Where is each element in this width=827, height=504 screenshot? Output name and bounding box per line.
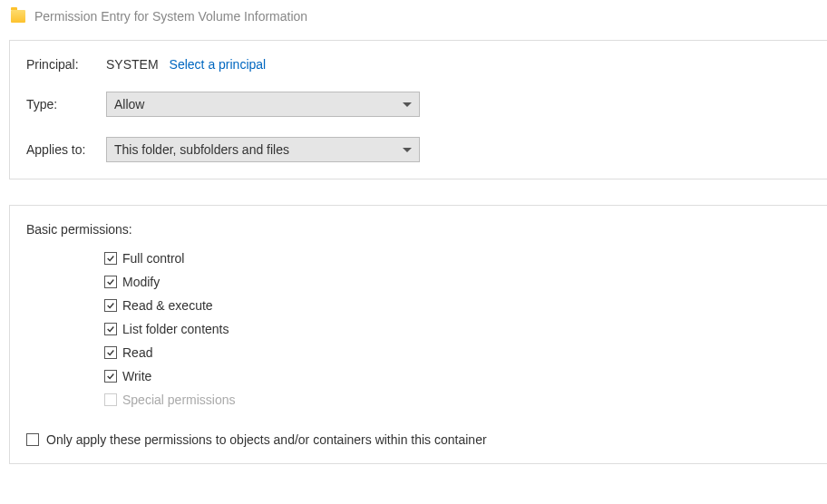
principal-panel: Principal: SYSTEM Select a principal Typ… bbox=[9, 40, 827, 179]
permission-label: Read & execute bbox=[122, 298, 213, 313]
permission-label: Full control bbox=[122, 251, 184, 266]
applies-to-select-text: This folder, subfolders and files bbox=[114, 142, 289, 157]
folder-icon bbox=[11, 10, 25, 23]
applies-to-select[interactable]: This folder, subfolders and files bbox=[106, 137, 420, 162]
permissions-list: Full controlModifyRead & executeList fol… bbox=[26, 251, 811, 407]
window-title: Permission Entry for System Volume Infor… bbox=[34, 9, 307, 24]
type-select-text: Allow bbox=[114, 97, 144, 111]
type-select[interactable]: Allow bbox=[106, 92, 420, 117]
permission-checkbox[interactable] bbox=[104, 370, 117, 383]
permission-checkbox bbox=[104, 393, 117, 406]
permission-checkbox[interactable] bbox=[104, 252, 117, 265]
permission-label: Modify bbox=[122, 275, 160, 289]
permission-label: Read bbox=[122, 345, 152, 360]
title-bar: Permission Entry for System Volume Infor… bbox=[0, 0, 827, 40]
permission-checkbox[interactable] bbox=[104, 323, 117, 335]
type-label: Type: bbox=[26, 97, 106, 111]
principal-row: Principal: SYSTEM Select a principal bbox=[26, 57, 811, 72]
basic-permissions-heading: Basic permissions: bbox=[26, 222, 811, 237]
principal-value: SYSTEM bbox=[106, 57, 159, 72]
chevron-down-icon bbox=[403, 148, 412, 152]
permission-item: Read & execute bbox=[104, 298, 811, 313]
apply-only-row: Only apply these permissions to objects … bbox=[26, 432, 811, 447]
permissions-panel: Basic permissions: Full controlModifyRea… bbox=[9, 205, 827, 464]
permission-item: List folder contents bbox=[104, 322, 811, 336]
permission-checkbox[interactable] bbox=[104, 346, 117, 359]
permission-label: Special permissions bbox=[122, 393, 236, 407]
applies-to-row: Applies to: This folder, subfolders and … bbox=[26, 137, 811, 162]
permission-item: Full control bbox=[104, 251, 811, 266]
permission-checkbox[interactable] bbox=[104, 299, 117, 312]
select-principal-link[interactable]: Select a principal bbox=[170, 57, 267, 72]
permission-item: Modify bbox=[104, 275, 811, 289]
apply-only-label: Only apply these permissions to objects … bbox=[46, 432, 487, 447]
permission-label: List folder contents bbox=[122, 322, 229, 336]
chevron-down-icon bbox=[403, 102, 412, 107]
principal-label: Principal: bbox=[26, 57, 106, 72]
applies-to-label: Applies to: bbox=[26, 142, 106, 157]
apply-only-checkbox[interactable] bbox=[26, 433, 39, 446]
permission-item: Special permissions bbox=[104, 393, 811, 407]
permission-checkbox[interactable] bbox=[104, 276, 117, 288]
type-row: Type: Allow bbox=[26, 92, 811, 117]
permission-item: Write bbox=[104, 369, 811, 383]
permission-item: Read bbox=[104, 345, 811, 360]
permission-label: Write bbox=[122, 369, 151, 383]
